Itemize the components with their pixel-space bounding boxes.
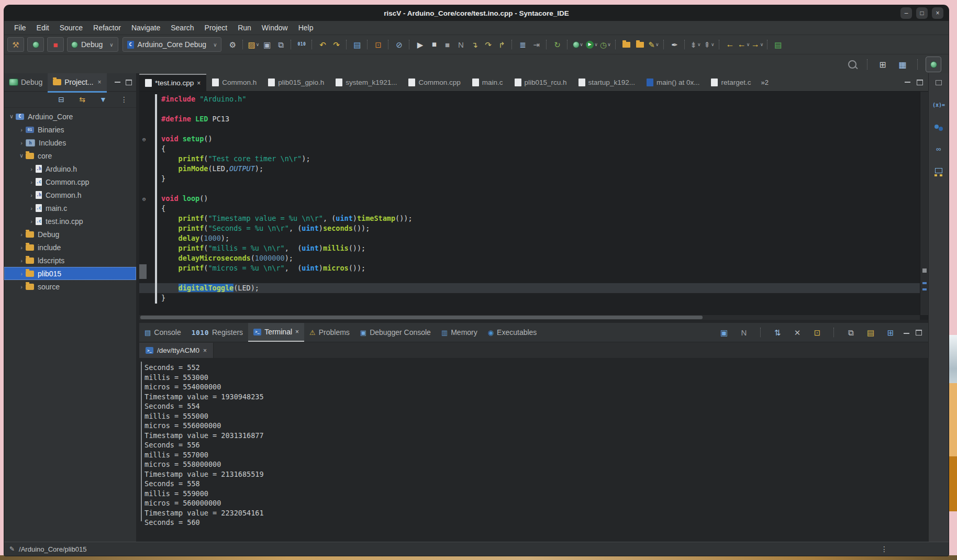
bottom-view-tab[interactable]: 1010 Registers — [186, 323, 248, 342]
editor-tab[interactable]: *test.ino.cpp × — [139, 74, 206, 91]
collapse-all-icon[interactable]: ⊟ — [54, 93, 68, 106]
disconnect-terminal-icon[interactable]: N — [737, 326, 751, 339]
fold-column[interactable] — [139, 184, 161, 194]
new-untitled-file-icon[interactable]: ▤ — [771, 38, 785, 51]
debug-perspective-icon[interactable] — [926, 57, 941, 72]
terminate-icon[interactable]: ■ — [47, 37, 64, 52]
tree-expander-icon[interactable]: › — [27, 166, 36, 172]
paste-icon[interactable]: ▤ — [864, 326, 877, 339]
tree-item[interactable]: › Binaries — [4, 123, 136, 136]
fold-column[interactable] — [139, 263, 161, 273]
tree-expander-icon[interactable]: › — [17, 257, 26, 264]
resume-icon[interactable]: ▶ — [413, 38, 427, 51]
fold-column[interactable] — [139, 273, 161, 283]
fold-column[interactable] — [139, 124, 161, 134]
new-wizard-icon[interactable]: ▨ ∨ — [247, 38, 260, 51]
open-console-icon[interactable]: ▤ — [350, 38, 364, 51]
scroll-lock-icon[interactable]: ⇅ — [771, 326, 784, 339]
terminal-connection-tab[interactable]: >_ /dev/ttyACM0 × — [139, 343, 214, 358]
fold-column[interactable] — [139, 223, 161, 233]
disconnect-icon[interactable]: N — [454, 38, 468, 51]
editor-tab[interactable]: main() at 0x... — [641, 74, 706, 91]
tree-item[interactable]: › include — [4, 241, 136, 254]
last-edit-location-icon[interactable]: ← — [723, 38, 737, 51]
tree-expander-icon[interactable]: › — [17, 127, 26, 133]
fold-column[interactable] — [139, 104, 161, 114]
minimize-editor-icon[interactable] — [905, 82, 910, 83]
filter-icon[interactable]: ▼ — [96, 93, 110, 106]
variables-icon[interactable]: (x)= — [932, 99, 945, 110]
bottom-view-tab[interactable]: >_ Terminal × — [248, 323, 304, 342]
fold-column[interactable] — [139, 164, 161, 174]
cpp-perspective-icon[interactable]: ▦ — [895, 57, 910, 72]
maximize-view-icon[interactable] — [126, 80, 132, 85]
minimize-panel-icon[interactable] — [904, 333, 909, 334]
editor-tab[interactable]: retarget.c — [705, 74, 756, 91]
tree-expander-icon[interactable]: › — [27, 192, 36, 198]
editor-tab[interactable]: plib015_gpio.h — [262, 74, 330, 91]
fold-column[interactable]: ⊖ — [139, 134, 161, 144]
copy-icon[interactable]: ⧉ — [844, 326, 858, 339]
tree-item[interactable]: › Common.h — [4, 188, 136, 201]
fold-column[interactable] — [139, 243, 161, 253]
tree-expander-icon[interactable]: › — [17, 140, 26, 146]
clear-terminal-icon[interactable]: ✕ — [791, 326, 804, 339]
tree-expander-icon[interactable]: ∨ — [7, 113, 16, 120]
launch-config-combo[interactable]: C Arduino_Core Debug ∨ — [123, 37, 222, 52]
forward-icon[interactable]: → ∨ — [750, 38, 764, 51]
lock-terminal-icon[interactable]: ⊡ — [810, 326, 824, 339]
fold-column[interactable] — [139, 233, 161, 243]
back-icon[interactable]: ← ∨ — [737, 38, 750, 51]
maximize-panel-icon[interactable] — [916, 330, 922, 335]
expressions-icon[interactable]: ∞ — [932, 143, 945, 154]
tree-expander-icon[interactable]: › — [17, 231, 26, 238]
fold-marker-icon[interactable]: ⊖ — [142, 194, 146, 204]
menu-item[interactable]: Help — [294, 23, 318, 33]
debug-history-icon[interactable]: ∨ — [571, 38, 585, 51]
tree-item[interactable]: › Arduino.h — [4, 162, 136, 175]
build-active-config-icon[interactable]: 010 — [295, 38, 308, 51]
redo-icon[interactable]: ↷ — [329, 38, 343, 51]
suspend-icon[interactable]: ▮▮ — [427, 38, 440, 51]
menu-item[interactable]: Run — [233, 23, 256, 33]
view-menu-icon[interactable]: ⋮ — [117, 93, 131, 106]
fold-marker-icon[interactable]: ⊖ — [142, 135, 146, 144]
editor-tab[interactable]: startup_k192... — [573, 74, 641, 91]
tree-item[interactable]: › plib015 — [4, 267, 136, 280]
instruction-stepping-icon[interactable]: ≣ — [516, 38, 529, 51]
link-with-editor-icon[interactable]: ⇆ — [75, 93, 89, 106]
tree-expander-icon[interactable]: › — [27, 218, 36, 225]
tab-overflow-indicator[interactable]: »2 — [761, 79, 768, 86]
undo-icon[interactable]: ↶ — [316, 38, 329, 51]
build-hammer-icon[interactable]: ⚒ — [7, 37, 24, 52]
minimize-view-icon[interactable] — [115, 82, 120, 83]
debug-hierarchy-icon[interactable] — [932, 165, 945, 176]
pin-console-icon[interactable]: ▣ — [717, 326, 731, 339]
restart-icon[interactable]: ↻ — [550, 38, 564, 51]
step-return-icon[interactable]: ↱ — [495, 38, 508, 51]
move-to-line-icon[interactable]: ⇥ — [529, 38, 543, 51]
new-terminal-icon[interactable]: ⊞ — [884, 326, 897, 339]
fold-column[interactable] — [139, 144, 161, 154]
view-tab[interactable]: Project... × — [48, 73, 106, 93]
tree-expander-icon[interactable]: › — [27, 205, 36, 211]
search-button[interactable] — [845, 57, 860, 72]
menu-item[interactable]: Edit — [32, 23, 54, 33]
tree-item[interactable]: ∨ core — [4, 149, 136, 162]
bottom-view-tab[interactable]: ⚠ Problems — [304, 323, 355, 342]
format-brush-icon[interactable]: ✒ — [667, 38, 681, 51]
maximize-editor-icon[interactable] — [917, 80, 923, 85]
restore-views-icon[interactable] — [932, 77, 945, 88]
menu-item[interactable]: Project — [200, 23, 232, 33]
next-annotation-icon[interactable]: ⇟ ∨ — [688, 38, 702, 51]
menu-item[interactable]: Source — [55, 23, 87, 33]
overview-ruler[interactable] — [920, 92, 928, 315]
tree-item[interactable]: › main.c — [4, 201, 136, 215]
tree-expander-icon[interactable]: ∨ — [17, 152, 26, 159]
save-icon[interactable]: ▣ — [260, 38, 274, 51]
tree-item[interactable]: › source — [4, 280, 136, 293]
search-highlight-icon[interactable]: ✎ ∨ — [647, 38, 660, 51]
open-resource-icon[interactable] — [619, 38, 633, 51]
tree-expander-icon[interactable]: › — [27, 179, 36, 185]
close-button[interactable]: × — [932, 7, 943, 19]
